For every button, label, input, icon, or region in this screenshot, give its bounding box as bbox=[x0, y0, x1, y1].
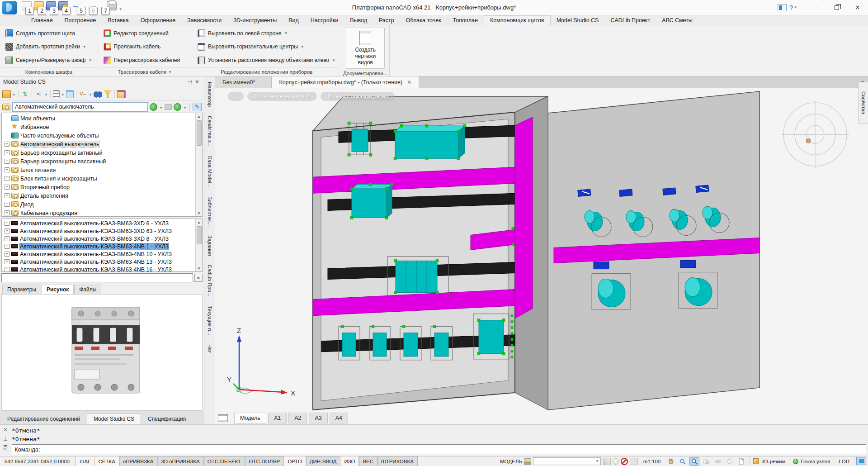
goto-dropdown-icon[interactable]: ▼ bbox=[44, 93, 48, 97]
tree-item[interactable]: + Диод bbox=[3, 200, 202, 209]
side-tab[interactable]: Навигатор bbox=[207, 82, 212, 107]
ribbon-tab[interactable]: Построение bbox=[59, 16, 102, 25]
interface-layout-icon[interactable] bbox=[778, 4, 787, 11]
ribbon-tab[interactable]: Главная bbox=[25, 16, 59, 25]
status-toggle[interactable]: СЕТКА bbox=[94, 456, 119, 466]
chevron-down-icon[interactable]: ▼ bbox=[89, 58, 92, 62]
list-item[interactable]: + Автоматический выключатель-КЭАЗ-ВМ63-3… bbox=[3, 227, 202, 235]
scale-value[interactable]: m1:100 bbox=[643, 459, 660, 464]
lock-icon[interactable] bbox=[524, 458, 531, 465]
panel-tab[interactable]: Параметры bbox=[2, 285, 41, 294]
qat-customize-icon[interactable]: ▼ bbox=[119, 7, 123, 11]
list-item[interactable]: + Автоматический выключатель-КЭАЗ-ВМ63-4… bbox=[3, 258, 202, 266]
eyedropper-icon[interactable]: ✎ bbox=[193, 103, 202, 111]
properties-side-tab[interactable]: Свойства bbox=[858, 82, 868, 124]
pan-hand-icon[interactable] bbox=[666, 457, 676, 466]
bottom-tab[interactable]: Model Studio CS bbox=[87, 413, 141, 424]
draw-order-icon[interactable] bbox=[603, 458, 611, 465]
tree-item[interactable]: + Блок питания и искрозащиты bbox=[3, 174, 202, 183]
search-input[interactable]: Автоматический выключатель bbox=[12, 102, 148, 112]
status-toggle[interactable]: ОРТО bbox=[283, 456, 306, 466]
chevron-down-icon[interactable]: ▼ bbox=[332, 58, 335, 62]
scroll-thumb[interactable] bbox=[197, 120, 202, 146]
expand-icon[interactable]: + bbox=[5, 167, 9, 172]
clear-filter-icon[interactable]: ✕ bbox=[194, 274, 203, 282]
status-toggle[interactable]: ДИН-ВВОД bbox=[306, 456, 341, 466]
list-item[interactable]: + Автоматический выключатель-КЭАЗ-ВМ63-4… bbox=[3, 266, 202, 272]
expand-icon[interactable]: + bbox=[5, 159, 9, 164]
ribbon-button[interactable]: Добавить прототип рейки ▼ bbox=[3, 41, 95, 52]
expand-icon[interactable]: + bbox=[5, 228, 9, 233]
back-circle-icon[interactable] bbox=[150, 103, 157, 111]
status-toggle[interactable]: ШАГ bbox=[75, 456, 94, 466]
tree-item[interactable]: + Избранное bbox=[3, 123, 202, 131]
chevron-down-icon[interactable]: ▼ bbox=[301, 45, 304, 49]
panel-tab[interactable]: Файлы bbox=[74, 285, 101, 294]
list-item[interactable]: + Автоматический выключатель-КЭАЗ-ВМ63-3… bbox=[3, 235, 202, 243]
tree-scrollbar[interactable]: ▲ ▼ bbox=[195, 113, 202, 216]
ribbon-tab[interactable]: Топоплан bbox=[447, 16, 484, 25]
layout-tab[interactable]: А4 bbox=[330, 413, 348, 423]
ribbon-button[interactable]: Проложить кабель ▼ bbox=[101, 41, 189, 52]
expand-icon[interactable]: + bbox=[5, 221, 9, 226]
tree-item[interactable]: + Вторичный прибор bbox=[3, 183, 202, 191]
ribbon-tab[interactable]: Растр bbox=[373, 16, 400, 25]
tree-item[interactable]: + Часто используемые объекты bbox=[3, 131, 202, 140]
side-tab[interactable]: CadLib Про... bbox=[207, 265, 212, 296]
side-tab[interactable]: Свойства з... bbox=[207, 116, 212, 147]
goto-icon[interactable]: »| bbox=[34, 90, 43, 98]
export-icon[interactable] bbox=[2, 90, 11, 98]
document-tab[interactable]: Без имени0* ✕ bbox=[215, 76, 272, 88]
document-tab[interactable]: Корпус+рейки+приборы.dwg* - (Только чтен… bbox=[272, 76, 419, 88]
tree-item[interactable]: + Барьер искрозащиты пассивный bbox=[3, 157, 202, 166]
expand-icon[interactable]: + bbox=[5, 244, 9, 249]
viewport-pill[interactable]: Точный с показом рёбер bbox=[321, 92, 395, 101]
ribbon-tab[interactable]: Компоновщик щитов bbox=[484, 15, 551, 25]
status-toggle[interactable]: ВЕС bbox=[359, 456, 377, 466]
import-folder-icon[interactable] bbox=[117, 90, 126, 98]
chevron-down-icon[interactable]: ▼ bbox=[168, 70, 172, 74]
show-nodes-section[interactable]: Показ узлов bbox=[789, 456, 834, 466]
ribbon-tab[interactable]: Вывод bbox=[344, 16, 373, 25]
scroll-down-icon[interactable]: ▼ bbox=[197, 265, 201, 271]
expand-icon[interactable]: + bbox=[5, 236, 9, 241]
expand-icon[interactable]: + bbox=[5, 252, 9, 257]
help-icon[interactable]: ? bbox=[789, 4, 793, 11]
tree-item[interactable]: + Мои объекты bbox=[3, 114, 202, 123]
command-close-icon[interactable]: ✕ bbox=[3, 427, 8, 433]
help-dropdown-icon[interactable]: ▼ bbox=[794, 5, 797, 10]
ribbon-tab[interactable]: Настройки bbox=[305, 16, 344, 25]
ribbon-tab[interactable]: 3D-инструменты bbox=[227, 16, 283, 25]
status-toggle[interactable]: 3D оПРИВЯЗКА bbox=[157, 456, 203, 466]
viewport-pill[interactable]: Пользовательский вид bbox=[247, 92, 317, 101]
ribbon-button[interactable]: Свернуть/Развернуть шкаф ▼ bbox=[3, 54, 95, 66]
no-entry-icon[interactable] bbox=[621, 458, 628, 465]
scroll-up-icon[interactable]: ▲ bbox=[197, 113, 201, 119]
side-tab[interactable]: Библиотек... bbox=[207, 196, 212, 226]
expand-icon[interactable]: + bbox=[5, 193, 9, 198]
status-toggle[interactable]: ШТРИХОВКА bbox=[377, 456, 418, 466]
restore-button[interactable] bbox=[826, 0, 847, 15]
viewport-pill[interactable]: + bbox=[228, 92, 244, 101]
funnel-icon[interactable] bbox=[104, 90, 112, 98]
ribbon-tab[interactable]: CADLib Проект bbox=[604, 16, 656, 25]
create-view-drawings-button[interactable]: Создать чертежи видов bbox=[346, 28, 385, 69]
minimize-button[interactable]: – bbox=[806, 0, 826, 15]
expand-icon[interactable]: + bbox=[5, 259, 9, 264]
ribbon-button[interactable]: Установить расстояния между объектами вл… bbox=[195, 54, 338, 66]
list-scrollbar[interactable]: ▲ ▼ bbox=[195, 219, 202, 271]
status-toggle[interactable]: оПРИВЯЗКА bbox=[119, 456, 158, 466]
zoom-icon[interactable] bbox=[678, 457, 688, 466]
list-item[interactable]: + Автоматический выключатель-КЭАЗ-ВМ63-4… bbox=[3, 243, 202, 250]
layer-select[interactable]: ▼ bbox=[533, 457, 601, 465]
bulb-icon[interactable] bbox=[613, 458, 619, 465]
tree-item[interactable]: + Деталь крепления bbox=[3, 191, 202, 200]
scroll-up-icon[interactable]: ▲ bbox=[197, 219, 201, 225]
ribbon-tab[interactable]: Вставка bbox=[102, 16, 134, 25]
expand-icon[interactable]: + bbox=[5, 185, 9, 190]
bottom-tab[interactable]: Спецификация bbox=[142, 414, 192, 424]
forward-circle-icon[interactable] bbox=[174, 103, 181, 111]
tree-view-dropdown-icon[interactable]: ▼ bbox=[61, 93, 65, 97]
close-button[interactable]: ✕ bbox=[847, 0, 868, 15]
back-dropdown-icon[interactable]: ▼ bbox=[159, 106, 163, 110]
